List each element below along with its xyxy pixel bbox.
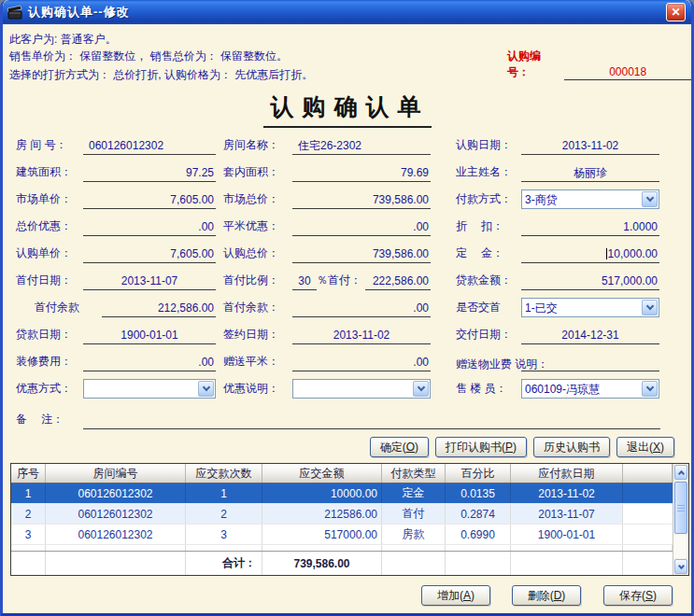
renovation-cost-field[interactable]: .00 bbox=[83, 356, 216, 371]
loan-amount-label: 贷款金额： bbox=[456, 273, 521, 290]
down-payment-amount-field[interactable]: 222,586.00 bbox=[365, 274, 431, 290]
titlebar: 认购确认单--修改 ✕ bbox=[3, 0, 691, 24]
total-discount-field[interactable]: .00 bbox=[83, 220, 216, 236]
loan-date-label: 贷款日期： bbox=[16, 327, 83, 344]
delivery-date-field[interactable]: 2014-12-31 bbox=[521, 329, 659, 344]
down-payment-rest-mid-label: 首付余款： bbox=[223, 300, 292, 317]
down-payment-date-field[interactable]: 2013-11-07 bbox=[83, 274, 216, 290]
inner-area-field[interactable]: 79.69 bbox=[292, 166, 431, 182]
scrollbar-thumb[interactable] bbox=[674, 482, 687, 534]
subscribe-date-label: 认购日期： bbox=[456, 137, 521, 155]
scroll-up-button[interactable] bbox=[674, 465, 687, 480]
chevron-down-icon bbox=[677, 562, 684, 568]
text-cursor bbox=[606, 248, 607, 259]
gift-property-fee-field[interactable] bbox=[521, 356, 659, 371]
building-area-field[interactable]: 97.25 bbox=[83, 166, 216, 182]
discount-rate-field[interactable]: 1.0000 bbox=[521, 220, 659, 236]
form-heading-wrap: 认购确认单 bbox=[3, 91, 691, 128]
order-no-group: 认购编号： 000018 bbox=[507, 49, 691, 80]
building-area-label: 建筑面积： bbox=[16, 164, 83, 182]
print-subscription-button[interactable]: 打印认购书(P) bbox=[435, 437, 527, 457]
close-button[interactable]: ✕ bbox=[666, 3, 686, 21]
chevron-up-icon bbox=[677, 470, 684, 477]
remark-field[interactable] bbox=[83, 413, 660, 429]
market-total-price-field[interactable]: 739,586.00 bbox=[292, 193, 431, 209]
down-payment-rest-left-label: 首付余款 bbox=[16, 300, 102, 317]
gift-sqm-label: 赠送平米： bbox=[223, 354, 292, 371]
header-seq: 序号 bbox=[11, 464, 46, 483]
table-row[interactable]: 2 060126012302 2 212586.00 首付 0.2874 201… bbox=[11, 504, 673, 525]
deposit-field[interactable]: 10,000.00 bbox=[521, 247, 659, 263]
down-payment-rest-left-field[interactable]: 212,586.00 bbox=[102, 301, 216, 317]
table-row[interactable]: 3 060126012302 3 517000.00 房款 0.6990 190… bbox=[11, 525, 673, 545]
header-percent: 百分比 bbox=[446, 464, 511, 483]
market-unit-price-field[interactable]: 7,605.00 bbox=[83, 193, 216, 209]
header-empty bbox=[623, 464, 673, 483]
vertical-scrollbar[interactable] bbox=[673, 464, 688, 575]
room-no-label: 房 间 号： bbox=[16, 137, 83, 155]
down-payment-ratio-field[interactable]: 30 bbox=[292, 274, 317, 290]
subscribe-unit-price-field[interactable]: 7,605.00 bbox=[83, 247, 216, 263]
sqm-discount-field[interactable]: .00 bbox=[292, 220, 431, 236]
chevron-down-icon[interactable] bbox=[642, 381, 658, 397]
form-area: 房 间 号：060126012302 建筑面积：97.25 市场单价：7,605… bbox=[3, 128, 694, 441]
subscribe-date-field[interactable]: 2013-11-02 bbox=[521, 139, 659, 155]
delete-button[interactable]: 删除(D) bbox=[512, 585, 581, 606]
payment-method-select[interactable]: 3-商贷 bbox=[521, 189, 659, 209]
discount-rate-label: 折 扣： bbox=[456, 218, 521, 236]
discount-method-select[interactable] bbox=[83, 379, 216, 399]
down-payment-date-label: 首付日期： bbox=[16, 273, 83, 290]
action-bar: 确定(O) 打印认购书(P) 历史认购书 退出(X) bbox=[370, 437, 674, 457]
loan-date-field[interactable]: 1900-01-01 bbox=[83, 329, 216, 344]
first-paid-select[interactable]: 1-已交 bbox=[521, 298, 659, 317]
down-payment-sub-label: ％首付： bbox=[317, 273, 365, 290]
sqm-discount-label: 平米优惠： bbox=[223, 218, 292, 236]
gift-sqm-field[interactable]: .00 bbox=[292, 356, 431, 371]
header-pay-type: 付款类型 bbox=[382, 464, 446, 483]
room-no-field[interactable]: 060126012302 bbox=[83, 139, 216, 155]
discount-desc-select[interactable] bbox=[292, 379, 431, 399]
add-button[interactable]: 增加(A) bbox=[421, 585, 490, 606]
total-value: 739,586.00 bbox=[262, 552, 382, 575]
header-amount: 应交金额 bbox=[262, 464, 382, 483]
inner-area-label: 套内面积： bbox=[223, 164, 292, 182]
discount-desc-label: 优惠说明： bbox=[223, 381, 292, 399]
owner-name-field[interactable]: 杨丽珍 bbox=[521, 166, 659, 182]
scrollbar-track[interactable] bbox=[673, 535, 688, 558]
order-no-label: 认购编号： bbox=[507, 49, 560, 80]
first-paid-label: 是否交首 bbox=[456, 300, 521, 317]
payment-method-label: 付款方式： bbox=[456, 191, 521, 209]
confirm-button[interactable]: 确定(O) bbox=[370, 437, 429, 457]
chevron-down-icon[interactable] bbox=[642, 191, 658, 207]
sign-date-field[interactable]: 2013-11-02 bbox=[292, 329, 431, 344]
table-header-row: 序号 房间编号 应交款次数 应交金额 付款类型 百分比 应付款日期 bbox=[11, 464, 673, 483]
subscribe-total-price-label: 认购总价： bbox=[223, 245, 292, 263]
owner-name-label: 业主姓名： bbox=[456, 164, 521, 182]
chevron-down-icon[interactable] bbox=[642, 300, 658, 315]
remark-label: 备 注： bbox=[16, 412, 83, 429]
bottom-bar: 增加(A) 删除(D) 保存(S) bbox=[3, 585, 691, 606]
table-row[interactable]: 1 060126012302 1 10000.00 定金 0.0135 2013… bbox=[11, 483, 673, 504]
header-room-no: 房间编号 bbox=[46, 464, 186, 483]
thumb-grip-icon bbox=[677, 505, 685, 511]
chevron-down-icon[interactable] bbox=[413, 381, 429, 397]
sign-date-label: 签约日期： bbox=[223, 327, 292, 344]
customer-type-text: 此客户为: 普通客户。 bbox=[9, 32, 117, 48]
window-title: 认购确认单--修改 bbox=[28, 4, 130, 21]
discount-method-label: 优惠方式： bbox=[16, 381, 83, 399]
save-button[interactable]: 保存(S) bbox=[603, 585, 673, 606]
subscribe-total-price-field[interactable]: 739,586.00 bbox=[292, 247, 431, 263]
renovation-cost-label: 装修费用： bbox=[16, 354, 83, 371]
close-icon: ✕ bbox=[671, 6, 680, 19]
exit-button[interactable]: 退出(X) bbox=[616, 437, 674, 457]
room-name-field[interactable]: 住宅26-2302 bbox=[292, 139, 431, 155]
down-payment-rest-mid-field[interactable]: .00 bbox=[292, 301, 431, 317]
sales-person-label: 售 楼 员： bbox=[456, 381, 521, 399]
deposit-label: 定 金： bbox=[456, 245, 521, 263]
history-subscription-button[interactable]: 历史认购书 bbox=[533, 437, 610, 457]
loan-amount-field[interactable]: 517,000.00 bbox=[521, 274, 659, 290]
sales-person-select[interactable]: 060109-冯琼慧 bbox=[521, 379, 659, 399]
chevron-down-icon[interactable] bbox=[198, 381, 214, 397]
scroll-down-button[interactable] bbox=[674, 559, 687, 574]
total-label: 合计： bbox=[186, 552, 262, 575]
